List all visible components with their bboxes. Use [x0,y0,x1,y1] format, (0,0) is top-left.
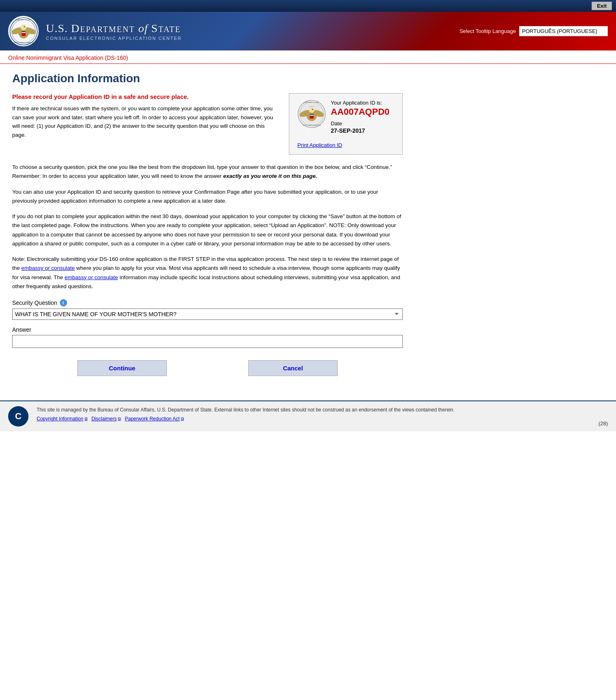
continue-button[interactable]: Continue [77,360,167,376]
tooltip-select-wrapper[interactable]: PORTUGUÊS (PORTUGUESE)ENGLISHESPAÑOL (SP… [519,26,608,36]
svg-rect-24 [310,114,314,115]
svg-text:★ ★ ★: ★ ★ ★ [309,105,315,107]
app-id-card-inner: ★ ★ ★ UNITED STATES OF AMERICA DEPARTMEN… [297,100,389,138]
svg-text:⟶: ⟶ [18,33,22,35]
security-question-label: Security Question i [12,299,403,306]
department-seal: ★ ★ ★ ⟶ ⟵ UNITED STATES OF AMERICA DEPAR… [8,16,39,46]
svg-text:DEPARTMENT OF STATE: DEPARTMENT OF STATE [304,102,319,103]
card-id: AA007AQPD0 [331,107,389,117]
answer-group: Answer [12,326,403,348]
card-info: Your Application ID is: AA007AQPD0 Date … [331,100,389,138]
breadcrumb-link[interactable]: Online Nonimmigrant Visa Application (DS… [8,55,128,61]
disclaimers-link[interactable]: Disclaimers ⧉ [92,416,121,422]
alert-section: Please record your Application ID in a s… [12,93,403,155]
body-paragraph-3: You can also use your Application ID and… [12,188,403,206]
svg-text:DEPARTMENT OF STATE: DEPARTMENT OF STATE [15,19,32,21]
security-question-info-icon[interactable]: i [60,299,67,306]
paperwork-reduction-act-link[interactable]: Paperwork Reduction Act ⧉ [125,416,184,422]
svg-text:⟵: ⟵ [26,33,30,35]
tooltip-section: Select Tooltip Language PORTUGUÊS (PORTU… [459,26,608,36]
external-icon-3: ⧉ [181,416,184,421]
footer-page-number: (28) [599,420,608,427]
svg-point-6 [24,26,25,27]
security-question-select[interactable]: WHAT IS THE GIVEN NAME OF YOUR MOTHER'S … [12,308,403,320]
footer-links: Copyright Information ⧉ Disclaimers ⧉ Pa… [37,416,590,422]
card-seal: ★ ★ ★ UNITED STATES OF AMERICA DEPARTMEN… [297,100,326,128]
body-paragraph-5: Note: Electronically submitting your DS-… [12,255,403,291]
body-paragraph-2: To choose a security question, pick the … [12,163,403,181]
svg-rect-9 [22,31,26,32]
body-paragraph-4: If you do not plan to complete your appl… [12,212,403,248]
alert-text-col: Please record your Application ID in a s… [12,93,277,155]
security-question-group: Security Question i WHAT IS THE GIVEN NA… [12,299,403,320]
footer: C This site is managed by the Bureau of … [0,400,616,431]
svg-point-20 [309,107,315,113]
print-application-id-link[interactable]: Print Application ID [297,142,342,148]
answer-label: Answer [12,326,403,333]
copyright-information-link[interactable]: Copyright Information ⧉ [37,416,87,422]
external-icon-1: ⧉ [85,416,87,421]
button-row: Continue Cancel [12,360,403,376]
breadcrumb-bar: Online Nonimmigrant Visa Application (DS… [0,50,616,64]
footer-seal-icon: C [8,406,28,427]
embassy-consulate-link-2[interactable]: embassy or consulate [65,274,118,280]
svg-point-5 [21,24,26,30]
svg-text:UNITED STATES OF AMERICA: UNITED STATES OF AMERICA [303,125,321,126]
main-title-text: U.S. Department of State [46,22,459,35]
exit-button[interactable]: Exit [592,2,612,10]
header: ★ ★ ★ ⟶ ⟵ UNITED STATES OF AMERICA DEPAR… [0,12,616,50]
footer-text: This site is managed by the Bureau of Co… [37,406,590,422]
form-section: Security Question i WHAT IS THE GIVEN NA… [12,299,403,348]
app-id-card: ★ ★ ★ UNITED STATES OF AMERICA DEPARTMEN… [289,93,403,155]
card-label: Your Application ID is: [331,100,389,106]
page-heading: Application Information [12,72,403,85]
alert-paragraph: If there are technical issues with the s… [12,104,277,139]
answer-input[interactable] [12,335,403,348]
subtitle-text: CONSULAR ELECTRONIC APPLICATION CENTER [46,36,459,41]
svg-text:★ ★ ★: ★ ★ ★ [20,23,27,25]
footer-main-text: This site is managed by the Bureau of Co… [37,406,590,413]
cancel-button[interactable]: Cancel [248,360,338,376]
tooltip-language-select[interactable]: PORTUGUÊS (PORTUGUESE)ENGLISHESPAÑOL (SP… [519,26,608,36]
external-icon-2: ⧉ [118,416,121,421]
card-date: 27-SEP-2017 [331,127,389,134]
tooltip-label: Select Tooltip Language [459,28,516,34]
header-title: U.S. Department of State CONSULAR ELECTR… [46,22,459,41]
main-content: Application Information Please record yo… [0,64,415,400]
embassy-consulate-link-1[interactable]: embassy or consulate [22,265,75,271]
card-date-label: Date [331,120,389,127]
alert-heading: Please record your Application ID in a s… [12,93,277,100]
svg-text:UNITED STATES OF AMERICA: UNITED STATES OF AMERICA [13,42,34,44]
svg-point-21 [312,109,313,110]
